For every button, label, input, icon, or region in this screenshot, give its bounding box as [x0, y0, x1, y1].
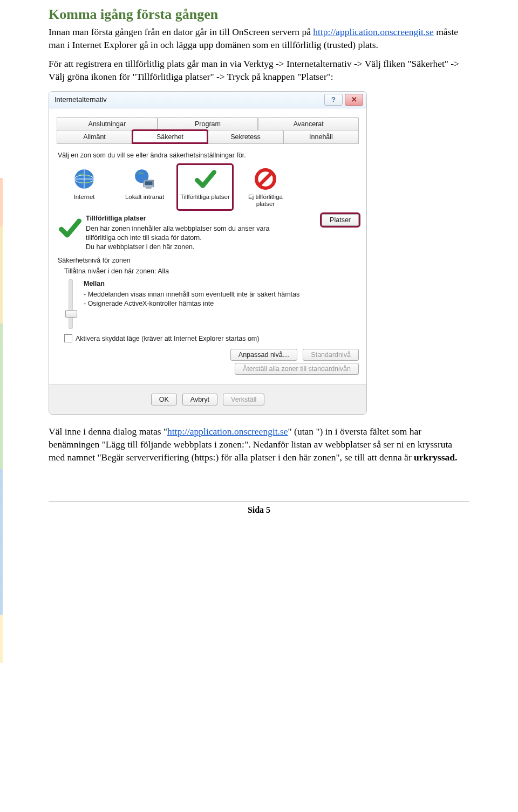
level-name: Mellan: [84, 279, 299, 289]
tab-anslutningar[interactable]: Anslutningar: [57, 117, 158, 130]
default-level-button[interactable]: Standardnivå: [303, 349, 359, 361]
zone-trusted[interactable]: Tillförlitliga platser: [178, 164, 233, 210]
page-footer: Sida 5: [49, 501, 469, 515]
internet-options-dialog: Internetalternativ ? ✕ Anslutningar Prog…: [49, 91, 367, 415]
help-icon: ?: [331, 95, 336, 104]
custom-level-button[interactable]: Anpassad nivå…: [230, 349, 298, 361]
close-button[interactable]: ✕: [345, 94, 363, 106]
zone-list: Internet Lokalt intranät Tillförlitliga …: [57, 164, 359, 210]
allowed-levels: Tillåtna nivåer i den här zonen: Alla: [64, 267, 359, 275]
svg-rect-4: [145, 181, 153, 185]
closing-paragraph: Väl inne i denna dialog matas "http://ap…: [49, 425, 469, 464]
tab-sekretess[interactable]: Sekretess: [208, 130, 283, 143]
page-heading: Komma igång första gången: [49, 6, 469, 23]
protected-mode-checkbox[interactable]: [64, 334, 72, 342]
restricted-icon: [253, 167, 278, 191]
trusted-check-large-icon: [58, 214, 81, 252]
cancel-button[interactable]: Avbryt: [182, 394, 217, 405]
tab-strip: Anslutningar Program Avancerat Allmänt S…: [57, 117, 359, 144]
level-bullet: - Meddelanden visas innan innehåll som e…: [84, 290, 299, 300]
apply-button[interactable]: Verkställ: [223, 394, 264, 405]
help-button[interactable]: ?: [324, 94, 343, 106]
ok-button[interactable]: OK: [151, 394, 177, 405]
platser-button[interactable]: Platser: [322, 214, 359, 226]
tab-allmant[interactable]: Allmänt: [57, 130, 132, 143]
globe-icon: [72, 167, 97, 191]
zone-instruction: Välj en zon som du vill se eller ändra s…: [58, 152, 359, 159]
zone-description-block: Tillförlitliga platser Den här zonen inn…: [58, 214, 359, 252]
tab-sakerhet[interactable]: Säkerhet: [132, 130, 208, 143]
page-number: Sida 5: [248, 505, 270, 514]
dialog-title: Internetalternativ: [54, 95, 322, 104]
decorative-strip: [0, 178, 3, 536]
zone-desc-title: Tillförlitliga platser: [86, 214, 290, 223]
tab-program[interactable]: Program: [158, 117, 258, 130]
reset-zones-button[interactable]: Återställ alla zoner till standardnivån: [235, 363, 359, 375]
zone-intranet[interactable]: Lokalt intranät: [117, 164, 172, 210]
trusted-check-icon: [193, 167, 217, 191]
dialog-titlebar: Internetalternativ ? ✕: [49, 92, 366, 108]
tab-avancerat[interactable]: Avancerat: [258, 117, 359, 130]
svg-rect-5: [146, 187, 152, 188]
security-level-heading: Säkerhetsnivå för zonen: [58, 257, 359, 264]
intranet-icon: [132, 167, 157, 191]
zone-desc-line: Den här zonen innehåller alla webbplatse…: [86, 224, 290, 243]
zone-restricted[interactable]: Ej tillförlitliga platser: [238, 164, 293, 210]
onscreen-link-2[interactable]: http://application.onscreengit.se: [167, 426, 288, 437]
protected-mode-label: Aktivera skyddat läge (kräver att Intern…: [76, 335, 259, 342]
security-level-row: Mellan - Meddelanden visas innan innehål…: [64, 279, 359, 329]
slider-thumb[interactable]: [65, 310, 77, 318]
protected-mode-row[interactable]: Aktivera skyddat läge (kräver att Intern…: [64, 334, 359, 342]
onscreen-link[interactable]: http://application.onscreengit.se: [313, 26, 434, 37]
close-icon: ✕: [351, 95, 357, 104]
zone-desc-line: Du har webbplatser i den här zonen.: [86, 243, 290, 252]
intro-paragraph: Innan man första gången från en dator gå…: [49, 26, 469, 51]
instruction-paragraph: För att registrera en tillförlitlig plat…: [49, 58, 469, 83]
security-slider[interactable]: [69, 279, 73, 329]
level-bullet: - Osignerade ActiveX-kontroller hämtas i…: [84, 299, 299, 309]
tab-innehall[interactable]: Innehåll: [283, 130, 359, 143]
zone-internet[interactable]: Internet: [57, 164, 112, 210]
svg-line-7: [259, 173, 271, 185]
